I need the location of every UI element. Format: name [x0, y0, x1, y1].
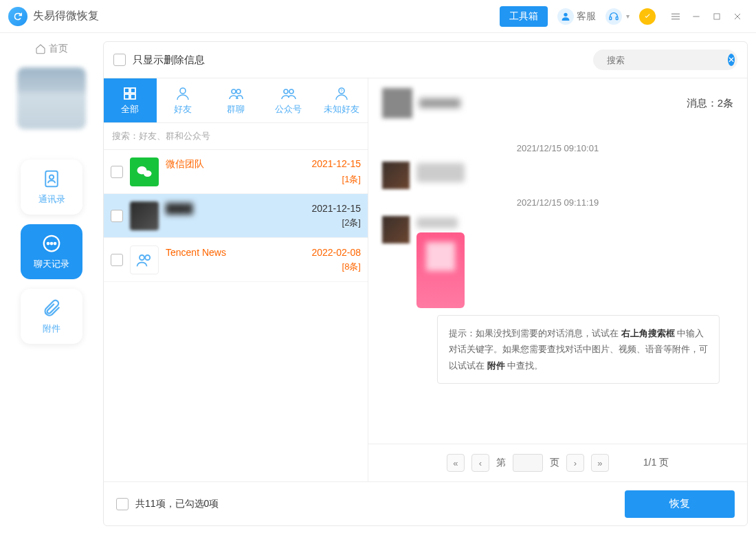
pager-last[interactable]: »	[591, 454, 609, 472]
show-deleted-label: 只显示删除信息	[133, 54, 205, 67]
sidebar-item-attachments[interactable]: 附件	[21, 289, 82, 344]
row-date: 2022-02-08	[311, 247, 361, 258]
chat-row[interactable]: 微信团队 2021-12-15 [1条]	[104, 150, 368, 194]
sidebar-account-avatar[interactable]	[17, 67, 86, 129]
row-count: [8条]	[166, 261, 361, 273]
row-avatar	[130, 157, 159, 186]
conversation-avatar	[382, 88, 412, 118]
svg-rect-18	[124, 88, 129, 93]
svg-rect-21	[131, 94, 135, 99]
row-checkbox[interactable]	[111, 210, 123, 222]
pager-input[interactable]	[513, 454, 543, 472]
grid-icon	[122, 85, 138, 102]
toolbox-button[interactable]: 工具箱	[500, 6, 548, 27]
row-checkbox[interactable]	[111, 166, 123, 178]
maximize-button[interactable]	[707, 6, 727, 27]
content-card: 只显示删除信息 ✕ 全部	[103, 41, 748, 526]
category-tabs: 全部 好友 群聊 公众号	[104, 78, 368, 123]
tab-label: 未知好友	[324, 103, 359, 116]
conversation-panel: 消息：2条 2021/12/15 09:10:01 2021/12/15 09:…	[368, 78, 747, 481]
menu-button[interactable]	[665, 6, 686, 27]
filter-hint: 搜索：好友、群和公众号	[104, 123, 368, 150]
tab-friends[interactable]: 好友	[157, 78, 210, 122]
unknown-icon: ?	[333, 85, 350, 102]
svg-point-0	[564, 12, 567, 16]
chat-list: 微信团队 2021-12-15 [1条] ████	[104, 150, 368, 481]
pager-prev[interactable]: ‹	[471, 454, 489, 472]
sidebar-item-label: 通讯录	[38, 193, 65, 206]
sidebar-item-chat-history[interactable]: 聊天记录	[21, 224, 82, 279]
row-count: [1条]	[166, 173, 361, 186]
tab-groups[interactable]: 群聊	[210, 78, 263, 122]
svg-point-32	[145, 255, 150, 260]
message-row	[382, 216, 733, 308]
row-count: [2条]	[166, 217, 361, 229]
search-clear-button[interactable]: ✕	[728, 54, 735, 66]
pager-next[interactable]: ›	[566, 454, 584, 472]
app-title: 失易得微恢复	[33, 9, 99, 23]
close-button[interactable]	[727, 6, 748, 27]
message-time: 2021/12/15 09:10:01	[382, 143, 733, 153]
app-logo	[8, 7, 27, 26]
svg-point-13	[47, 243, 49, 245]
tab-official[interactable]: 公众号	[262, 78, 315, 122]
message-content	[416, 163, 465, 182]
tip-box: 提示：如果没找到需要的对话消息，试试在 右上角搜索框 中输入对话关键字。如果您需…	[437, 315, 720, 384]
pager: « ‹ 第 页 › » 1/1 页	[368, 444, 747, 481]
tab-all[interactable]: 全部	[104, 78, 157, 122]
sidebar-item-contacts[interactable]: 通讯录	[21, 160, 82, 215]
search-box[interactable]: ✕	[593, 50, 737, 70]
svg-point-31	[140, 255, 144, 260]
row-date: 2021-12-15	[311, 158, 361, 171]
sidebar-item-label: 附件	[43, 323, 60, 335]
tab-label: 全部	[121, 103, 139, 116]
contacts-icon	[41, 168, 62, 189]
pager-label-post: 页	[550, 457, 559, 469]
svg-point-14	[51, 243, 53, 245]
select-all-checkbox[interactable]	[116, 498, 129, 510]
message-avatar	[382, 162, 410, 189]
message-sender	[416, 217, 458, 228]
tab-unknown[interactable]: ? 未知好友	[315, 78, 368, 122]
tab-label: 好友	[174, 103, 192, 116]
chevron-down-icon: ▾	[626, 12, 630, 20]
titlebar: 失易得微恢复 工具箱 客服 ▾	[0, 0, 756, 33]
status-badge-icon[interactable]	[639, 8, 656, 25]
pager-first[interactable]: «	[447, 454, 465, 472]
svg-rect-2	[616, 17, 618, 19]
row-checkbox[interactable]	[111, 254, 123, 266]
row-avatar	[130, 246, 159, 274]
row-date: 2021-12-15	[311, 203, 361, 214]
topbar: 只显示删除信息 ✕	[104, 42, 747, 78]
message-image[interactable]	[416, 232, 465, 308]
sidebar-home[interactable]: 首页	[35, 43, 68, 55]
svg-point-23	[232, 89, 236, 94]
svg-point-24	[236, 89, 241, 94]
svg-rect-20	[124, 94, 129, 99]
svg-point-22	[180, 88, 186, 94]
svg-point-25	[284, 89, 288, 94]
conversation-name	[419, 98, 460, 108]
group-icon	[227, 85, 244, 102]
messages: 2021/12/15 09:10:01 2021/12/15 09:11:19	[368, 128, 747, 444]
recover-button[interactable]: 恢复	[625, 490, 735, 518]
minimize-button[interactable]	[686, 6, 707, 27]
tab-label: 群聊	[227, 103, 245, 116]
official-icon	[280, 85, 297, 102]
svg-point-26	[289, 89, 293, 94]
footer-summary: 共11项，已勾选0项	[135, 498, 219, 510]
chat-row[interactable]: Tencent News 2022-02-08 [8条]	[104, 238, 368, 282]
headset-dropdown[interactable]: ▾	[605, 8, 630, 25]
support-link[interactable]: 客服	[557, 8, 596, 25]
message-avatar	[382, 216, 410, 243]
sidebar: 首页 通讯录 聊天记录 附件	[0, 33, 103, 533]
search-input[interactable]	[601, 55, 728, 65]
row-name: 微信团队	[166, 158, 204, 171]
svg-rect-1	[610, 17, 612, 19]
svg-rect-7	[714, 13, 720, 19]
conversation-header: 消息：2条	[368, 78, 747, 128]
chat-row[interactable]: ████ 2021-12-15 [2条]	[104, 194, 368, 238]
show-deleted-checkbox[interactable]	[113, 54, 126, 66]
chat-list-panel: 全部 好友 群聊 公众号	[104, 78, 368, 481]
headset-icon	[605, 8, 622, 25]
